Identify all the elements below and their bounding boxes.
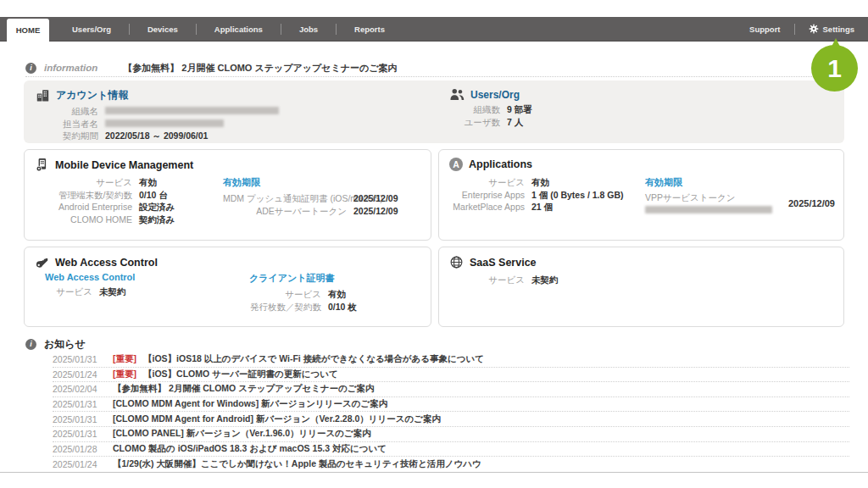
apps-service-label: サービス <box>447 176 525 189</box>
annotation-step-balloon: 1 <box>811 45 858 92</box>
apps-enterprise-value: 1 個 (0 Bytes / 1.8 GB) <box>531 189 624 202</box>
globe-icon <box>449 255 464 269</box>
client-cert-service-label: サービス <box>249 288 321 301</box>
applications-card: A Applications サービス 有効 Enterprise Apps 1… <box>438 149 844 241</box>
apps-marketplace-value: 21 個 <box>531 201 553 214</box>
tab-jobs[interactable]: Jobs <box>281 25 336 34</box>
vpp-token-redacted-value <box>645 206 772 214</box>
mdm-android-value: 設定済み <box>139 201 175 214</box>
news-date: 2025/01/31 <box>53 354 102 364</box>
news-item[interactable]: 2025/01/31 [CLOMO MDM Agent for Android]… <box>53 412 849 427</box>
wac-card-title: Web Access Control <box>55 257 158 269</box>
mdm-service-row: サービス 有効 <box>32 176 175 189</box>
mdm-expiry-link[interactable]: 有効期限 <box>223 177 260 187</box>
users-icon <box>449 88 465 101</box>
top-navigation-bar: HOME Users/Org Devices Applications Jobs… <box>0 17 868 42</box>
mdm-service-value: 有効 <box>139 176 157 189</box>
tab-users-org[interactable]: Users/Org <box>54 25 129 34</box>
news-icon: i <box>25 339 36 350</box>
manager-name-label: 担当者名 <box>36 118 98 130</box>
settings-button[interactable]: Settings <box>795 24 858 34</box>
news-date: 2025/01/28 <box>53 444 102 454</box>
mdm-home-label: CLOMO HOME <box>32 214 132 226</box>
tab-home[interactable]: HOME <box>7 19 49 42</box>
apps-marketplace-label: MarketPlace Apps <box>447 201 525 214</box>
users-org-link[interactable]: Users/Org <box>470 89 520 101</box>
apps-enterprise-label: Enterprise Apps <box>447 189 525 202</box>
mdm-push-cert-label: MDM プッシュ通知証明書 (iOS/macOS) <box>223 192 347 205</box>
news-item[interactable]: 2025/01/31 [CLOMO PANEL] 新バージョン（Ver.1.96… <box>53 427 849 442</box>
content-bottom-divider <box>0 472 868 473</box>
web-access-control-card: Web Access Control Web Access Control サー… <box>24 247 431 327</box>
news-item[interactable]: 2025/01/24 [重要] 【iOS】CLOMO サーバー証明書の更新につい… <box>53 368 849 383</box>
mdm-ade-token-label: ADEサーバートークン <box>223 205 347 218</box>
mdm-push-cert-row: MDM プッシュ通知証明書 (iOS/macOS) 2025/12/09 <box>223 192 398 205</box>
user-count-label: ユーザ数 <box>449 116 500 129</box>
gear-icon <box>809 24 819 34</box>
mdm-service-label: サービス <box>32 176 132 189</box>
news-text: CLOMO 製品の iOS/iPadOS 18.3 および macOS 15.3… <box>113 443 387 455</box>
saas-service-value: 未契約 <box>531 274 559 286</box>
news-item[interactable]: 2025/02/04 【参加無料】 2月開催 CLOMO ステップアップセミナー… <box>53 382 849 397</box>
news-item[interactable]: 2025/01/24 【1/29(水) 大阪開催】ここでしか聞けない！Apple… <box>53 457 849 472</box>
news-date: 2025/01/31 <box>53 414 102 424</box>
saas-service-label: サービス <box>447 274 525 286</box>
client-cert-issued-label: 発行枚数／契約数 <box>249 301 321 313</box>
client-cert-service-value: 有効 <box>328 288 346 301</box>
apps-service-value: 有効 <box>531 176 549 189</box>
tab-applications[interactable]: Applications <box>197 25 281 34</box>
news-important-tag: [重要] <box>113 353 136 365</box>
news-text: [CLOMO MDM Agent for Android] 新バージョン（Ver… <box>113 413 441 425</box>
information-bar: i information 【参加無料】 2月開催 CLOMO ステップアップセ… <box>25 59 843 77</box>
tab-devices[interactable]: Devices <box>130 25 196 34</box>
mdm-push-cert-date: 2025/12/09 <box>353 192 398 205</box>
news-item[interactable]: 2025/01/31 [CLOMO MDM Agent for Windows]… <box>53 397 849 413</box>
manager-name-redacted-value <box>105 119 224 127</box>
news-date: 2025/01/31 <box>53 429 102 439</box>
news-date: 2025/02/04 <box>53 384 102 394</box>
annotation-step-number: 1 <box>827 54 842 83</box>
mdm-ade-token-row: ADEサーバートークン 2025/12/09 <box>223 205 398 218</box>
mdm-home-row: CLOMO HOME 契約済み <box>32 214 175 226</box>
news-text: [CLOMO MDM Agent for Windows] 新バージョンリリース… <box>113 398 387 410</box>
information-announcement-link[interactable]: 【参加無料】 2月開催 CLOMO ステップアップセミナーのご案内 <box>123 62 397 75</box>
account-summary-panel: アカウント情報 組織名 担当者名 契約期間 2022/05/18 ～ 2099/… <box>24 80 844 143</box>
news-item[interactable]: 2025/01/31 [重要] 【iOS】iOS18 以上のデバイスで Wi-F… <box>53 352 849 368</box>
mdm-card-title: Mobile Device Management <box>55 159 193 171</box>
tab-reports[interactable]: Reports <box>337 25 403 34</box>
org-count-label: 組織数 <box>449 103 500 116</box>
wac-service-value: 未契約 <box>99 286 126 298</box>
saas-service-card: SaaS Service サービス 未契約 <box>438 247 844 327</box>
saas-service-row: サービス 未契約 <box>447 274 559 286</box>
nav-right-group: Support <box>736 24 858 35</box>
mdm-home-value: 契約済み <box>139 214 175 226</box>
org-name-redacted-value <box>105 107 279 114</box>
account-info-link[interactable]: アカウント情報 <box>56 88 128 103</box>
contract-period-value: 2022/05/18 ～ 2099/06/01 <box>105 130 208 142</box>
key-icon <box>35 255 49 269</box>
saas-card-title: SaaS Service <box>470 257 537 269</box>
org-name-label: 組織名 <box>36 105 98 118</box>
news-text: 【iOS】CLOMO サーバー証明書の更新について <box>143 369 338 380</box>
applications-icon: A <box>449 158 463 171</box>
wac-service-link[interactable]: Web Access Control <box>45 272 135 282</box>
org-count-row: 組織数 9 部署 <box>449 103 532 116</box>
contract-period-label: 契約期間 <box>36 130 98 142</box>
account-info-section: アカウント情報 組織名 担当者名 契約期間 2022/05/18 ～ 2099/… <box>36 88 279 142</box>
wac-service-row: サービス 未契約 <box>45 286 135 298</box>
building-icon <box>36 88 50 103</box>
client-cert-link[interactable]: クライアント証明書 <box>249 273 335 283</box>
news-item[interactable]: 2025/01/28 CLOMO 製品の iOS/iPadOS 18.3 および… <box>53 442 849 458</box>
mdm-devices-row: 管理端末数/契約数 0/10 台 <box>32 189 175 202</box>
mdm-devices-label: 管理端末数/契約数 <box>32 189 132 202</box>
news-important-tag: [重要] <box>113 369 136 380</box>
news-text: 【1/29(水) 大阪開催】ここでしか聞けない！Apple 製品のセキュリティ技… <box>113 458 481 470</box>
client-cert-issued-value: 0/10 枚 <box>328 301 357 313</box>
users-org-section: Users/Org 組織数 9 部署 ユーザ数 7 人 <box>449 88 532 128</box>
mdm-android-label: Android Enterprise <box>32 201 132 214</box>
support-link[interactable]: Support <box>736 25 793 34</box>
client-cert-service-row: サービス 有効 <box>249 288 357 301</box>
news-text: [CLOMO PANEL] 新バージョン（Ver.1.96.0）リリースのご案内 <box>113 428 371 440</box>
apps-expiry-link[interactable]: 有効期限 <box>645 177 682 187</box>
vpp-token-label: VPPサービストークン <box>645 192 772 204</box>
